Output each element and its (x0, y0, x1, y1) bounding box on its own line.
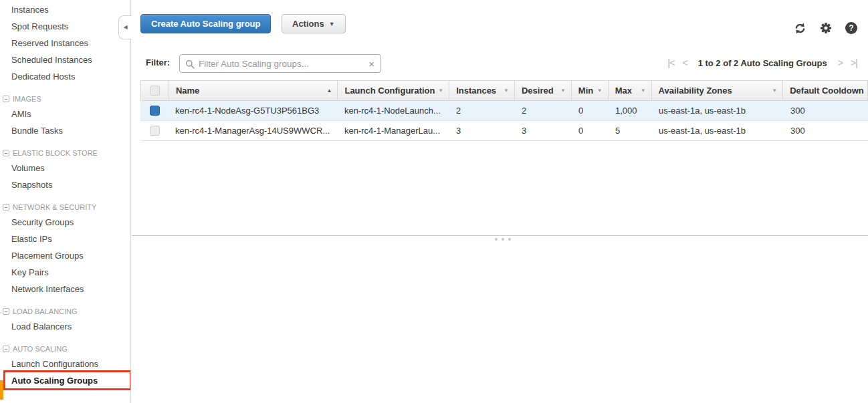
cell-availability-zones: us-east-1a, us-east-1b (652, 101, 784, 120)
sidebar-item-label: Dedicated Hosts (11, 72, 75, 82)
toolbar-icons: ? (794, 22, 857, 34)
sidebar-nav: Instances Spot Requests Reserved Instanc… (0, 0, 131, 403)
row-checkbox-cell (140, 121, 169, 140)
sidebar-item[interactable]: IMAGES (0, 92, 130, 106)
cell-instances: 2 (449, 101, 515, 120)
row-checkbox[interactable] (150, 106, 160, 116)
sidebar-item-label: AMIs (11, 109, 31, 119)
sidebar-item[interactable]: AUTO SCALING (0, 342, 130, 356)
sidebar-item-label: Key Pairs (11, 267, 49, 277)
pagination-next-icon[interactable]: > (838, 57, 843, 68)
table-row[interactable]: ken-rc4-1-ManagerAsg-14US9WWCR... ken-rc… (140, 121, 868, 141)
sidebar-item[interactable]: Auto Scaling Groups (0, 372, 130, 389)
filter-input[interactable] (197, 55, 362, 72)
caret-down-icon: ▼ (329, 15, 335, 33)
actions-button[interactable]: Actions▼ (282, 14, 346, 33)
section-collapse-minus-icon (3, 204, 9, 211)
pagination-first-icon[interactable]: |< (667, 57, 674, 68)
column-header-name[interactable]: Name ▲ (169, 81, 338, 100)
cell-desired: 3 (515, 121, 572, 140)
sidebar-item[interactable]: Snapshots (0, 176, 130, 193)
sort-asc-icon: ▲ (327, 81, 332, 100)
pagination: |< < 1 to 2 of 2 Auto Scaling Groups > >… (667, 53, 857, 72)
select-all-checkbox[interactable] (150, 86, 160, 96)
cell-default-cooldown: 300 (784, 101, 868, 120)
help-icon[interactable]: ? (845, 22, 857, 34)
section-collapse-minus-icon (3, 96, 9, 102)
sidebar-item[interactable]: Bundle Tasks (0, 122, 130, 139)
sort-desc-icon: ▼ (438, 81, 443, 100)
sidebar-item[interactable]: Spot Requests (0, 18, 130, 35)
section-collapse-minus-icon (3, 308, 9, 315)
column-header-max[interactable]: Max ▼ (609, 81, 652, 100)
sort-desc-icon: ▼ (560, 81, 566, 100)
cell-default-cooldown: 300 (784, 121, 868, 140)
sidebar-item-label: Network Interfaces (11, 284, 84, 294)
sidebar-item[interactable]: NETWORK & SECURITY (0, 200, 130, 214)
create-auto-scaling-group-button[interactable]: Create Auto Scaling group (140, 14, 271, 33)
sidebar-item-label: AUTO SCALING (13, 345, 68, 353)
sidebar-item[interactable]: Network Interfaces (0, 281, 130, 297)
sidebar-item[interactable]: Elastic IPs (0, 231, 130, 247)
sidebar-item[interactable]: Reserved Instances (0, 35, 130, 51)
sidebar-item-label: LOAD BALANCING (13, 307, 78, 315)
sidebar-item[interactable]: ELASTIC BLOCK STORE (0, 146, 130, 160)
filter-label: Filter: (146, 53, 170, 72)
sidebar-item[interactable]: LOAD BALANCING (0, 305, 130, 318)
sidebar-item-label: IMAGES (13, 95, 41, 103)
column-header-availability-zones[interactable]: Availability Zones ▼ (652, 81, 784, 100)
row-checkbox-cell (140, 101, 169, 120)
table-row[interactable]: ken-rc4-1-NodeAsg-G5TU3P561BG3 ken-rc4-1… (140, 101, 868, 121)
collapse-left-icon: ◀ (123, 25, 127, 30)
sidebar-collapse-tab[interactable]: ◀ (118, 15, 132, 39)
sidebar-item-label: Instances (11, 5, 49, 15)
sidebar-item-label: ELASTIC BLOCK STORE (13, 149, 98, 157)
sort-desc-icon: ▼ (597, 81, 603, 100)
sidebar-item-label: Launch Configurations (11, 359, 98, 369)
select-all-cell (141, 81, 169, 100)
sidebar-item[interactable]: Load Balancers (0, 318, 130, 335)
cell-min: 0 (572, 101, 609, 120)
sidebar-item-label: NETWORK & SECURITY (13, 203, 96, 211)
asg-table: Name ▲ Launch Configuration ▼ Instances … (140, 80, 868, 141)
sidebar-item-label: Security Groups (11, 217, 74, 227)
sidebar-item[interactable]: Key Pairs (0, 264, 130, 281)
pagination-last-icon[interactable]: >| (851, 57, 857, 68)
sidebar-item[interactable]: Volumes (0, 160, 130, 176)
ec2-console-screen: Instances Spot Requests Reserved Instanc… (0, 0, 868, 403)
section-collapse-minus-icon (3, 346, 9, 352)
sidebar-item-label: Auto Scaling Groups (11, 376, 98, 386)
sidebar-item[interactable]: AMIs (0, 106, 130, 122)
nav-highlight-accent-bar (0, 380, 3, 400)
sidebar-item[interactable]: Scheduled Instances (0, 51, 130, 68)
sidebar-item[interactable]: Placement Groups (0, 247, 130, 264)
sidebar-item-label: Spot Requests (11, 21, 68, 31)
sidebar-item[interactable]: Instances (0, 1, 130, 18)
cell-instances: 3 (449, 121, 515, 140)
cell-launch-configuration: ken-rc4-1-ManagerLau... (338, 121, 449, 140)
sidebar-item-label: Bundle Tasks (11, 126, 63, 136)
refresh-icon[interactable] (794, 23, 806, 34)
cell-name: ken-rc4-1-NodeAsg-G5TU3P561BG3 (169, 101, 338, 120)
cell-max: 5 (609, 121, 652, 140)
sidebar-item[interactable]: Dedicated Hosts (0, 68, 130, 85)
sidebar-item[interactable]: Security Groups (0, 214, 130, 231)
column-header-default-cooldown[interactable]: Default Cooldown (783, 81, 867, 100)
cell-name: ken-rc4-1-ManagerAsg-14US9WWCR... (169, 121, 338, 140)
column-header-instances[interactable]: Instances ▼ (449, 81, 515, 100)
filter-row: Filter: × |< < 1 to 2 of 2 Auto Scaling … (140, 53, 859, 74)
sidebar-item-label: Placement Groups (11, 251, 84, 261)
column-header-desired[interactable]: Desired ▼ (515, 81, 572, 100)
table-body: ken-rc4-1-NodeAsg-G5TU3P561BG3 ken-rc4-1… (140, 101, 868, 141)
row-checkbox[interactable] (150, 126, 160, 136)
sidebar-item[interactable]: Launch Configurations (0, 356, 130, 372)
clear-filter-icon[interactable]: × (368, 57, 374, 71)
cell-desired: 2 (515, 101, 572, 120)
cell-max: 1,000 (609, 101, 652, 120)
column-header-launch-configuration[interactable]: Launch Configuration ▼ (338, 81, 449, 100)
filter-search-box: × (179, 54, 381, 73)
column-header-min[interactable]: Min ▼ (572, 81, 609, 100)
settings-gear-icon[interactable] (820, 22, 832, 34)
pagination-prev-icon[interactable]: < (682, 57, 687, 68)
sidebar-item-label: Reserved Instances (11, 38, 88, 48)
